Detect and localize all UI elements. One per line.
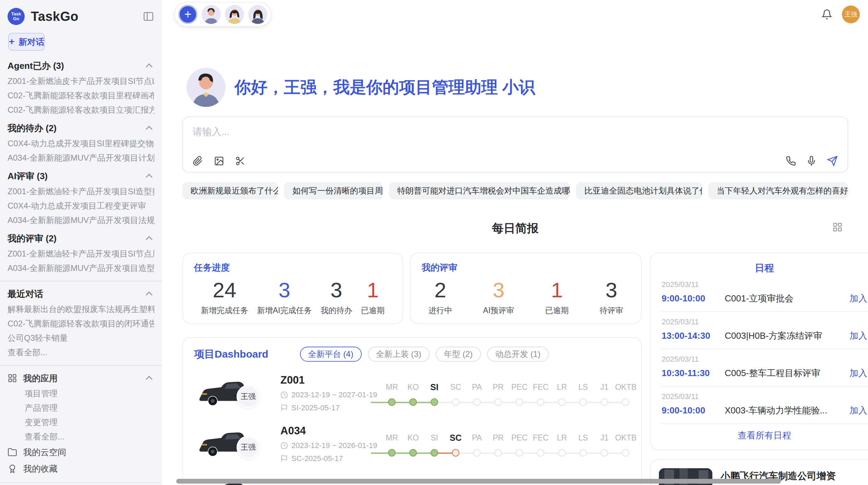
recent-chat-item[interactable]: C02-飞腾新能源轻客改款项目的闭环通告反馈情况	[8, 316, 154, 331]
list-item[interactable]: A034-全新新能源MUV产品开发项目计划变更表编写	[8, 151, 154, 165]
filter-pill[interactable]: 全新上装 (3)	[368, 347, 430, 362]
new-chat-button[interactable]: + 新对话	[8, 33, 45, 51]
list-item[interactable]: C0X4-动力总成开发项目SI里程碑提交物检查	[8, 136, 154, 151]
suggestion-chip[interactable]: 特朗普可能对进口汽车增税会对中国车企造成哪些影响	[389, 182, 570, 199]
phone-icon[interactable]	[786, 156, 796, 166]
stat: 3 新增AI完成任务	[257, 278, 312, 316]
new-chat-label: 新对话	[19, 36, 44, 48]
owner-badge: 王强	[237, 385, 260, 408]
milestone-dot	[579, 398, 587, 406]
send-icon[interactable]	[827, 156, 838, 166]
milestone-dot	[494, 398, 502, 406]
view-all-schedule-link[interactable]: 查看所有日程	[660, 424, 868, 443]
list-item[interactable]: C02-飞腾新能源轻客改款项目里程碑画布	[8, 88, 154, 103]
suggestion-chip[interactable]: 如何写一份清晰的项目周报	[284, 182, 383, 199]
section-ai-review[interactable]: AI评审 (3)	[8, 168, 154, 184]
join-link[interactable]: 加入	[849, 367, 867, 379]
milestone-dot	[558, 449, 566, 457]
recent-chat-item[interactable]: 公司Q3轻卡销量	[8, 331, 154, 345]
collapse-sidebar-icon[interactable]	[143, 11, 154, 22]
view-all-chats[interactable]: 查看全部...	[8, 345, 154, 360]
milestone-dot	[494, 449, 502, 457]
filter-pill[interactable]: 全新平台 (4)	[300, 347, 362, 362]
chevron-up-icon[interactable]	[146, 126, 153, 133]
list-item[interactable]: C02-飞腾新能源轻客改款项目立项汇报方案	[8, 103, 154, 117]
section-my-review[interactable]: 我的评审 (2)	[8, 230, 154, 247]
milestone-dot	[409, 398, 417, 406]
list-item[interactable]: C0X4-动力总成开发项目工程变更评审	[8, 199, 154, 213]
layout-grid-icon[interactable]	[832, 222, 843, 232]
app-logo: Task Go	[8, 8, 25, 25]
section-agent-done[interactable]: Agent已办 (3)	[8, 58, 154, 74]
project-row[interactable]: 王强 A034 2023-12-19 ~ 2026-01-19	[194, 425, 630, 463]
list-item[interactable]: Z001-全新燃油轻卡产品开发项目SI造型提交物评审	[8, 184, 154, 199]
app-window: Task Go TaskGo + 新对话 Agent已办 (3) Z001-全新…	[0, 0, 868, 485]
milestone-dot	[579, 449, 587, 457]
suggestion-chip[interactable]: 比亚迪全固态电池计划具体说了什么	[576, 182, 702, 199]
chevron-up-icon[interactable]	[146, 174, 153, 181]
sidebar-item-cloud-space[interactable]: 我的云空间	[8, 444, 154, 460]
project-row[interactable]: 王强 Z001 2023-12-19 ~ 2027-01-19	[194, 374, 630, 412]
sidebar-item-favorites[interactable]: 我的收藏	[8, 460, 154, 477]
dashboard-filters: 全新平台 (4) 全新上装 (3) 年型 (2) 动总开发 (1)	[300, 347, 549, 362]
app-item[interactable]: 产品管理	[8, 401, 154, 415]
stat-value: 3	[600, 278, 623, 302]
microphone-icon[interactable]	[806, 156, 817, 166]
app-item[interactable]: 项目管理	[8, 386, 154, 401]
sidebar-item-label: 我的收藏	[23, 463, 58, 474]
my-review-card: 我的评审 2 进行中 3 AI预评审	[410, 253, 642, 324]
join-link[interactable]: 加入	[849, 405, 867, 416]
sidebar-item-my-apps[interactable]: 我的应用	[8, 370, 154, 386]
user-avatar[interactable]: 王强	[842, 5, 860, 23]
schedule-name: C001-立项审批会	[725, 293, 849, 304]
image-upload-icon[interactable]	[214, 156, 224, 166]
sidebar-header: Task Go TaskGo	[8, 5, 154, 27]
app-item[interactable]: 变更管理	[8, 415, 154, 430]
filter-pill[interactable]: 动总开发 (1)	[487, 347, 549, 362]
bell-icon[interactable]	[821, 9, 832, 20]
award-icon	[8, 464, 17, 473]
list-item[interactable]: Z001-全新燃油轻卡产品开发项目SI节点属性5D文件评审	[8, 247, 154, 261]
join-link[interactable]: 加入	[849, 330, 867, 342]
scissors-icon[interactable]	[235, 156, 245, 166]
filter-pill[interactable]: 年型 (2)	[436, 347, 481, 362]
avatar[interactable]	[225, 5, 244, 24]
horizontal-scrollbar[interactable]	[176, 479, 781, 484]
task-progress-card: 任务进度 24 新增完成任务 3 新增AI完成任务	[182, 253, 403, 324]
section-my-todo[interactable]: 我的待办 (2)	[8, 120, 154, 136]
view-all-apps[interactable]: 查看全部...	[8, 430, 154, 444]
stat-label: 进行中	[429, 305, 452, 316]
list-item[interactable]: A034-全新新能源MUV产品开发项目法规符合性评审	[8, 213, 154, 227]
chevron-up-icon[interactable]	[146, 376, 153, 383]
chevron-up-icon[interactable]	[146, 291, 153, 298]
sidebar-item-label: 我的应用	[23, 373, 58, 384]
schedule-time: 9:00-10:00	[662, 293, 718, 304]
clock-icon	[280, 391, 288, 399]
list-item[interactable]: A034-全新新能源MUV产品开发项目造型可行性评审	[8, 261, 154, 275]
stat-value: 24	[201, 278, 248, 302]
attachment-icon[interactable]	[193, 156, 203, 166]
recent-chat-item[interactable]: 解释最新出台的欧盟报废车法规再生塑料比例被调至15%...	[8, 302, 154, 316]
logo-line2: Go	[13, 16, 19, 21]
flag-icon	[280, 404, 288, 412]
suggestion-chip[interactable]: 当下年轻人对汽车外观有怎样的喜好趋势	[708, 182, 848, 199]
add-member-button[interactable]: +	[178, 5, 197, 24]
section-title: 我的评审 (2)	[8, 233, 57, 245]
stat-label: 新增完成任务	[201, 305, 248, 316]
suggestion-chip[interactable]: 欧洲新规最近颁布了什么?	[182, 182, 278, 199]
section-recent-chats[interactable]: 最近对话	[8, 286, 154, 302]
avatar[interactable]	[202, 5, 221, 24]
chat-input[interactable]	[193, 125, 838, 156]
schedule-date: 2025/03/11	[662, 318, 867, 326]
chevron-up-icon[interactable]	[146, 236, 153, 243]
milestone-dot	[431, 449, 438, 457]
chevron-up-icon[interactable]	[146, 63, 153, 70]
join-link[interactable]: 加入	[849, 293, 867, 304]
schedule-time: 9:00-10:00	[662, 405, 718, 416]
schedule-time: 13:00-14:30	[662, 331, 718, 341]
stat-label: 已逾期	[545, 305, 569, 316]
stat: 24 新增完成任务	[201, 278, 248, 316]
avatar[interactable]	[248, 5, 267, 24]
list-item[interactable]: Z001-全新燃油皮卡产品开发项目SI节点Lesson Learn报告	[8, 74, 154, 88]
stat-label: 新增AI完成任务	[257, 305, 312, 316]
